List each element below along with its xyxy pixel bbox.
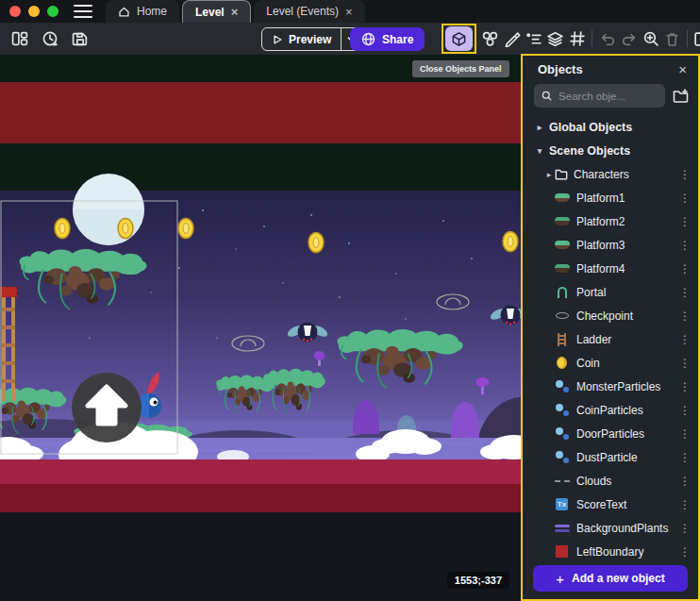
- instances-list-icon[interactable]: [523, 27, 544, 50]
- ladder-icon: [554, 333, 570, 346]
- toggle-panels-icon[interactable]: [9, 28, 30, 49]
- object-row[interactable]: MonsterParticles⋮: [523, 375, 698, 398]
- object-row[interactable]: BackgroundPlants⋮: [523, 516, 698, 540]
- object-groups-icon[interactable]: [479, 27, 501, 50]
- dashes-icon: [554, 480, 570, 482]
- chevron-right-icon[interactable]: ▸: [543, 170, 555, 179]
- layers-icon[interactable]: [544, 27, 566, 50]
- undo-icon[interactable]: [596, 27, 618, 50]
- editor-tabs: Home Level × Level (Events) ×: [106, 0, 368, 23]
- close-panel-icon[interactable]: ×: [678, 62, 687, 76]
- object-label: ScoreText: [576, 498, 626, 511]
- bottom-boundary-object[interactable]: [0, 459, 522, 484]
- object-row[interactable]: Ladder⋮: [523, 327, 698, 351]
- moon-object[interactable]: [73, 174, 144, 245]
- kebab-menu-icon[interactable]: ⋮: [679, 168, 691, 181]
- close-window-button[interactable]: [9, 6, 21, 17]
- edit-events-icon[interactable]: [692, 27, 700, 50]
- kebab-menu-icon[interactable]: ⋮: [679, 357, 691, 370]
- object-row[interactable]: TxScoreText⋮: [523, 492, 698, 516]
- folder-characters[interactable]: ▸ Characters ⋮: [523, 162, 698, 186]
- coin-object[interactable]: [503, 232, 518, 252]
- section-scene-objects[interactable]: ▾ Scene Objects: [523, 139, 698, 162]
- kebab-menu-icon[interactable]: ⋮: [679, 333, 691, 346]
- object-row[interactable]: Platform2⋮: [523, 209, 698, 233]
- objects-panel-button[interactable]: [445, 26, 473, 51]
- edit-scene-icon[interactable]: [501, 27, 523, 50]
- tab-level[interactable]: Level ×: [182, 0, 251, 23]
- kebab-menu-icon[interactable]: ⋮: [679, 309, 691, 323]
- coin-object[interactable]: [118, 219, 133, 239]
- object-label: Platform3: [576, 239, 625, 252]
- redo-icon[interactable]: [618, 27, 640, 50]
- menu-icon[interactable]: [74, 5, 92, 18]
- object-search-box[interactable]: [534, 84, 665, 108]
- kebab-menu-icon[interactable]: ⋮: [679, 451, 691, 464]
- tab-label: Home: [137, 5, 167, 18]
- section-global-objects[interactable]: ▸ Global Objects: [523, 115, 698, 139]
- object-label: Platform2: [576, 215, 625, 228]
- version-history-icon[interactable]: [40, 28, 60, 49]
- add-folder-icon[interactable]: [673, 88, 689, 104]
- object-row[interactable]: Clouds⋮: [523, 469, 698, 492]
- kebab-menu-icon[interactable]: ⋮: [679, 380, 691, 393]
- kebab-menu-icon[interactable]: ⋮: [679, 545, 691, 559]
- trash-icon[interactable]: [661, 27, 683, 50]
- object-row[interactable]: Platform1⋮: [523, 186, 698, 209]
- scene-render: [0, 55, 522, 601]
- object-label: Ladder: [576, 333, 611, 346]
- red-square-icon: [554, 545, 570, 558]
- object-row[interactable]: DustParticle⋮: [523, 445, 698, 469]
- close-tab-icon[interactable]: ×: [345, 6, 353, 18]
- object-row[interactable]: Coin⋮: [523, 351, 698, 375]
- bottom-boundary-dark: [0, 484, 522, 512]
- kebab-menu-icon[interactable]: ⋮: [679, 215, 691, 228]
- tab-home[interactable]: Home: [106, 0, 179, 23]
- object-row[interactable]: LeftBoundary⋮: [523, 540, 698, 559]
- save-icon[interactable]: [70, 28, 91, 49]
- scene-canvas[interactable]: 1553;-337: [0, 55, 522, 601]
- kebab-menu-icon[interactable]: ⋮: [679, 427, 691, 441]
- object-row[interactable]: Platform4⋮: [523, 257, 698, 280]
- share-button[interactable]: Share: [350, 27, 425, 51]
- zoom-in-icon[interactable]: [640, 27, 661, 50]
- object-row[interactable]: CoinParticles⋮: [523, 398, 698, 422]
- kebab-menu-icon[interactable]: ⋮: [679, 286, 691, 299]
- chevron-right-icon[interactable]: ▸: [534, 123, 545, 132]
- jump-arrow-button-object[interactable]: [72, 373, 142, 442]
- cursor-coordinates-text: 1553;-337: [455, 575, 502, 586]
- globe-icon: [361, 32, 375, 46]
- minimize-window-button[interactable]: [28, 6, 40, 17]
- tab-level-events[interactable]: Level (Events) ×: [254, 0, 364, 23]
- close-tab-icon[interactable]: ×: [231, 6, 239, 18]
- kebab-menu-icon[interactable]: ⋮: [679, 404, 691, 417]
- object-row[interactable]: DoorParticles⋮: [523, 422, 698, 445]
- preview-button[interactable]: Preview: [262, 33, 341, 46]
- chevron-down-icon[interactable]: ▾: [534, 146, 545, 156]
- zoom-window-button[interactable]: [47, 6, 58, 17]
- coin-object[interactable]: [55, 219, 70, 239]
- object-row[interactable]: Platform3⋮: [523, 233, 698, 257]
- kebab-menu-icon[interactable]: ⋮: [679, 262, 691, 275]
- kebab-menu-icon[interactable]: ⋮: [679, 192, 691, 205]
- top-boundary-object[interactable]: [0, 82, 522, 143]
- preview-label: Preview: [289, 33, 331, 46]
- kebab-menu-icon[interactable]: ⋮: [679, 239, 691, 252]
- object-row[interactable]: Portal⋮: [523, 280, 698, 304]
- coin-object[interactable]: [308, 233, 324, 253]
- add-new-object-button[interactable]: + Add a new object: [533, 565, 688, 592]
- particles-icon: [554, 451, 570, 463]
- kebab-menu-icon[interactable]: ⋮: [679, 522, 691, 535]
- object-row[interactable]: Checkpoint⋮: [523, 304, 698, 327]
- panel-title: Objects: [538, 62, 583, 76]
- tooltip: Close Objects Panel: [412, 60, 509, 77]
- kebab-menu-icon[interactable]: ⋮: [679, 475, 691, 488]
- coin-object[interactable]: [178, 219, 193, 239]
- object-label: DoorParticles: [576, 427, 644, 441]
- object-label: CoinParticles: [576, 404, 643, 417]
- object-label: Checkpoint: [576, 309, 633, 323]
- grid-icon[interactable]: [566, 27, 588, 50]
- kebab-menu-icon[interactable]: ⋮: [679, 498, 691, 511]
- search-input[interactable]: [558, 91, 658, 102]
- plants-icon: [554, 525, 570, 532]
